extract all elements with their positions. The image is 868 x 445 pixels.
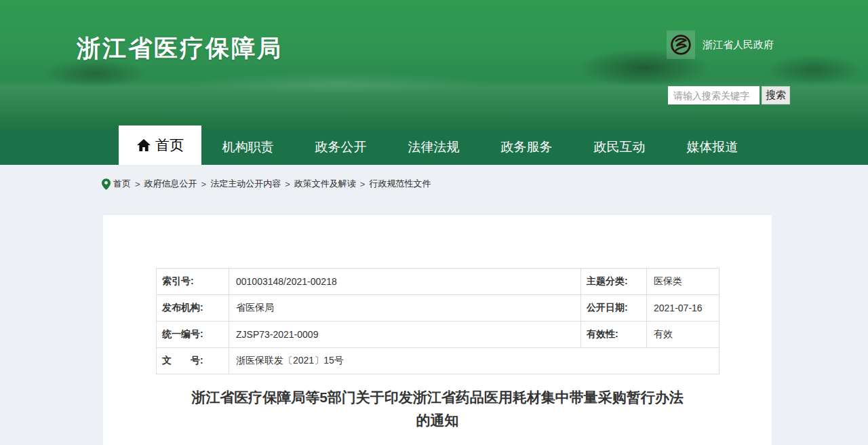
location-pin-icon: [102, 178, 111, 190]
site-title: 浙江省医疗保障局: [77, 33, 283, 64]
meta-value-unified-number: ZJSP73-2021-0009: [229, 322, 581, 348]
content-panel: 索引号: 001003148/2021-00218 主题分类: 医保类 发布机构…: [103, 215, 772, 445]
meta-row-document-number: 文 号: 浙医保联发〔2021〕15号: [157, 348, 719, 374]
meta-value-validity: 有效: [647, 322, 719, 348]
meta-value-publish-date: 2021-07-16: [647, 295, 719, 322]
breadcrumb-item-statutory-disclosure[interactable]: 法定主动公开内容: [210, 178, 281, 190]
meta-label-topic-category: 主题分类:: [581, 269, 647, 295]
meta-label-issuing-agency: 发布机构:: [157, 295, 229, 322]
gov-portal-link[interactable]: 浙江省人民政府: [667, 31, 774, 59]
breadcrumb-separator: >: [135, 179, 140, 189]
meta-row-issuing-agency: 发布机构: 省医保局 公开日期: 2021-07-16: [157, 295, 719, 322]
search-bar: 搜索: [668, 86, 790, 104]
site-header: 浙江省医疗保障局 浙江省人民政府 搜索: [0, 0, 868, 129]
breadcrumb: 首页 > 政府信息公开 > 法定主动公开内容 > 政策文件及解读 > 行政规范性…: [102, 178, 431, 190]
main-nav: 首页 机构职责 政务公开 法律法规 政务服务 政民互动 媒体报道: [0, 129, 868, 165]
document-title-text: 浙江省医疗保障局等5部门关于印发浙江省药品医用耗材集中带量采购暂行办法的通知: [186, 386, 688, 432]
meta-row-unified-number: 统一编号: ZJSP73-2021-0009 有效性: 有效: [157, 322, 719, 348]
nav-item-label: 首页: [155, 136, 184, 155]
breadcrumb-separator: >: [285, 179, 290, 189]
page: 浙江省医疗保障局 浙江省人民政府 搜索 首页: [0, 0, 868, 445]
breadcrumb-item-policy-documents[interactable]: 政策文件及解读: [294, 178, 356, 190]
header-landscape-image: [0, 0, 868, 129]
meta-label-validity: 有效性:: [581, 322, 647, 348]
search-button[interactable]: 搜索: [762, 86, 790, 104]
meta-value-topic-category: 医保类: [647, 269, 719, 295]
meta-value-document-number: 浙医保联发〔2021〕15号: [229, 348, 719, 374]
document-meta-table: 索引号: 001003148/2021-00218 主题分类: 医保类 发布机构…: [156, 268, 719, 374]
breadcrumb-separator: >: [201, 179, 207, 189]
meta-value-issuing-agency: 省医保局: [229, 295, 581, 322]
breadcrumb-item-regulatory-documents[interactable]: 行政规范性文件: [369, 178, 431, 190]
breadcrumb-item-gov-info[interactable]: 政府信息公开: [144, 178, 197, 190]
nav-item-laws[interactable]: 法律法规: [387, 129, 480, 165]
nav-item-public-interaction[interactable]: 政民互动: [573, 129, 666, 165]
meta-row-index-number: 索引号: 001003148/2021-00218 主题分类: 医保类: [157, 269, 719, 295]
zhejiang-gov-logo-icon: [667, 31, 695, 59]
document-title: 浙江省医疗保障局等5部门关于印发浙江省药品医用耗材集中带量采购暂行办法的通知: [103, 386, 772, 432]
nav-item-media-reports[interactable]: 媒体报道: [666, 129, 759, 165]
search-input[interactable]: [668, 86, 760, 104]
meta-label-document-number: 文 号:: [157, 348, 229, 374]
nav-item-duties[interactable]: 机构职责: [201, 129, 294, 165]
gov-portal-label: 浙江省人民政府: [703, 39, 774, 52]
meta-label-index-number: 索引号:: [157, 269, 229, 295]
home-icon: [136, 138, 151, 152]
nav-item-gov-disclosure[interactable]: 政务公开: [294, 129, 387, 165]
nav-item-gov-services[interactable]: 政务服务: [480, 129, 573, 165]
nav-item-home[interactable]: 首页: [119, 125, 201, 165]
breadcrumb-item-home[interactable]: 首页: [113, 178, 131, 190]
meta-label-publish-date: 公开日期:: [581, 295, 647, 322]
nav-items: 首页 机构职责 政务公开 法律法规 政务服务 政民互动 媒体报道: [119, 129, 759, 165]
breadcrumb-separator: >: [360, 179, 366, 189]
meta-label-unified-number: 统一编号:: [157, 322, 229, 348]
meta-value-index-number: 001003148/2021-00218: [229, 269, 581, 295]
